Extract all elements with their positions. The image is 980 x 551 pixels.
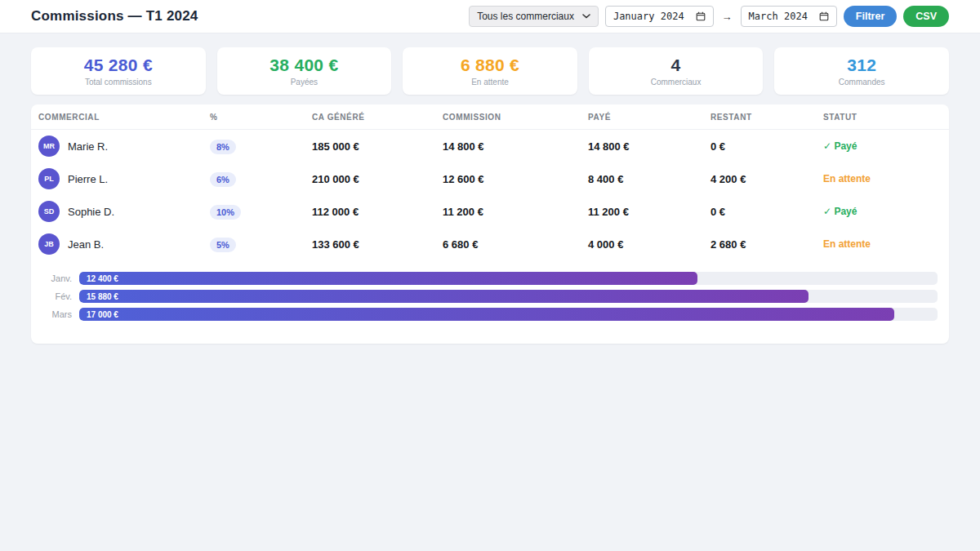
rate-badge: 6% xyxy=(210,172,236,187)
table-row: SD Sophie D. 10% 112 000 € 11 200 € 11 2… xyxy=(31,195,949,228)
paye-cell: 4 000 € xyxy=(588,238,710,251)
app-header: Commissions — T1 2024 Tous les commercia… xyxy=(0,0,980,33)
commercial-cell: JB Jean B. xyxy=(38,233,210,255)
restant-cell: 0 € xyxy=(710,140,823,153)
rate-badge: 8% xyxy=(210,140,236,154)
ca-cell: 210 000 € xyxy=(312,173,443,185)
commercial-name: Jean B. xyxy=(68,238,104,251)
kpi-en-attente: 6 880 € En attente xyxy=(403,47,577,95)
commercial-filter-value: Tous les commerciaux xyxy=(477,11,574,22)
commercial-cell: PL Pierre L. xyxy=(38,168,210,189)
kpi-label: Payées xyxy=(291,78,318,87)
status-badge: ✓ Payé xyxy=(823,206,942,217)
bar-value-label: 12 400 € xyxy=(79,274,118,283)
commercial-name: Marie R. xyxy=(68,140,108,153)
date-from-value: January 2024 xyxy=(613,11,684,22)
avatar: MR xyxy=(38,136,60,157)
kpi-value: 38 400 € xyxy=(270,56,338,75)
avatar: SD xyxy=(38,201,60,222)
date-range-arrow: → xyxy=(720,11,734,23)
bar-track: 12 400 € xyxy=(79,272,938,285)
commercial-cell: SD Sophie D. xyxy=(38,201,210,222)
commercial-name: Sophie D. xyxy=(68,206,114,218)
kpi-label: Commerciaux xyxy=(651,78,702,87)
csv-export-button[interactable]: CSV xyxy=(903,6,949,27)
column-header-commission: Commission xyxy=(443,113,588,122)
commissions-panel: Commercial % CA généré Commission Payé R… xyxy=(31,104,949,344)
calendar-icon[interactable] xyxy=(696,11,706,21)
restant-cell: 2 680 € xyxy=(710,238,823,251)
table-row: PL Pierre L. 6% 210 000 € 12 600 € 8 400… xyxy=(31,162,949,195)
table-row: JB Jean B. 5% 133 600 € 6 680 € 4 000 € … xyxy=(31,228,949,260)
restant-cell: 0 € xyxy=(710,206,823,218)
calendar-icon[interactable] xyxy=(819,11,829,21)
bar-track: 17 000 € xyxy=(79,308,938,321)
paye-cell: 11 200 € xyxy=(588,206,710,218)
column-header-paye: Payé xyxy=(588,113,710,122)
filter-button[interactable]: Filtrer xyxy=(844,6,897,27)
bar-track: 15 880 € xyxy=(79,290,938,303)
chevron-down-icon xyxy=(582,14,590,19)
bar: 17 000 € xyxy=(79,308,894,321)
column-header-commercial: Commercial xyxy=(38,113,210,122)
bar: 15 880 € xyxy=(79,290,808,303)
avatar: JB xyxy=(38,233,60,255)
paye-cell: 14 800 € xyxy=(588,140,710,153)
commercial-cell: MR Marie R. xyxy=(38,136,210,157)
kpi-value: 312 xyxy=(847,56,876,75)
kpi-label: En attente xyxy=(471,78,509,87)
date-from-input[interactable]: January 2024 xyxy=(605,6,714,27)
header-controls: Tous les commerciaux January 2024 → Marc… xyxy=(469,6,949,27)
bar: 12 400 € xyxy=(79,272,697,285)
chart-category-label: Fév. xyxy=(44,291,72,301)
ca-cell: 185 000 € xyxy=(312,140,443,153)
rate-badge: 5% xyxy=(210,238,236,252)
monthly-commissions-chart: Janv. 12 400 € Fév. 15 880 € Mars xyxy=(31,260,949,321)
chart-row: Mars 17 000 € xyxy=(44,308,938,321)
kpi-label: Total commissions xyxy=(85,78,152,87)
avatar: PL xyxy=(38,168,60,189)
page-title: Commissions — T1 2024 xyxy=(31,8,198,24)
column-header-restant: Restant xyxy=(710,113,823,122)
ca-cell: 112 000 € xyxy=(312,206,443,218)
rate-cell: 6% xyxy=(210,171,312,187)
rate-cell: 10% xyxy=(210,204,312,220)
commission-cell: 11 200 € xyxy=(443,206,588,218)
column-header-ca: CA généré xyxy=(312,113,443,122)
commercial-name: Pierre L. xyxy=(68,173,108,185)
chart-category-label: Mars xyxy=(44,309,72,319)
chart-category-label: Janv. xyxy=(44,273,72,283)
commission-cell: 12 600 € xyxy=(443,173,588,185)
kpi-value: 6 880 € xyxy=(461,56,519,75)
paye-cell: 8 400 € xyxy=(588,173,710,185)
rate-cell: 5% xyxy=(210,237,312,252)
kpi-commerciaux: 4 Commerciaux xyxy=(589,47,764,95)
column-header-rate: % xyxy=(210,113,312,122)
restant-cell: 4 200 € xyxy=(710,173,823,185)
column-header-statut: Statut xyxy=(823,113,942,122)
ca-cell: 133 600 € xyxy=(312,238,443,251)
main-content: 45 280 € Total commissions 38 400 € Payé… xyxy=(0,33,980,344)
date-to-value: March 2024 xyxy=(749,11,808,22)
rate-cell: 8% xyxy=(210,139,312,154)
commercial-filter-select[interactable]: Tous les commerciaux xyxy=(469,6,599,27)
kpi-total-commissions: 45 280 € Total commissions xyxy=(31,47,206,95)
status-badge: En attente xyxy=(823,173,942,184)
bar-value-label: 17 000 € xyxy=(79,310,118,319)
kpi-cards: 45 280 € Total commissions 38 400 € Payé… xyxy=(31,47,949,95)
commission-cell: 6 680 € xyxy=(443,238,588,251)
table-header-row: Commercial % CA généré Commission Payé R… xyxy=(31,104,949,130)
status-badge: En attente xyxy=(823,238,942,250)
kpi-payees: 38 400 € Payées xyxy=(217,47,392,95)
commission-cell: 14 800 € xyxy=(443,140,588,153)
kpi-value: 45 280 € xyxy=(84,56,153,75)
kpi-value: 4 xyxy=(671,56,681,75)
date-to-input[interactable]: March 2024 xyxy=(741,6,837,27)
kpi-label: Commandes xyxy=(839,78,885,87)
chart-row: Fév. 15 880 € xyxy=(44,290,938,303)
bar-value-label: 15 880 € xyxy=(79,292,118,301)
table-row: MR Marie R. 8% 185 000 € 14 800 € 14 800… xyxy=(31,130,949,162)
status-badge: ✓ Payé xyxy=(823,140,942,152)
rate-badge: 10% xyxy=(210,205,241,220)
chart-row: Janv. 12 400 € xyxy=(44,272,938,285)
